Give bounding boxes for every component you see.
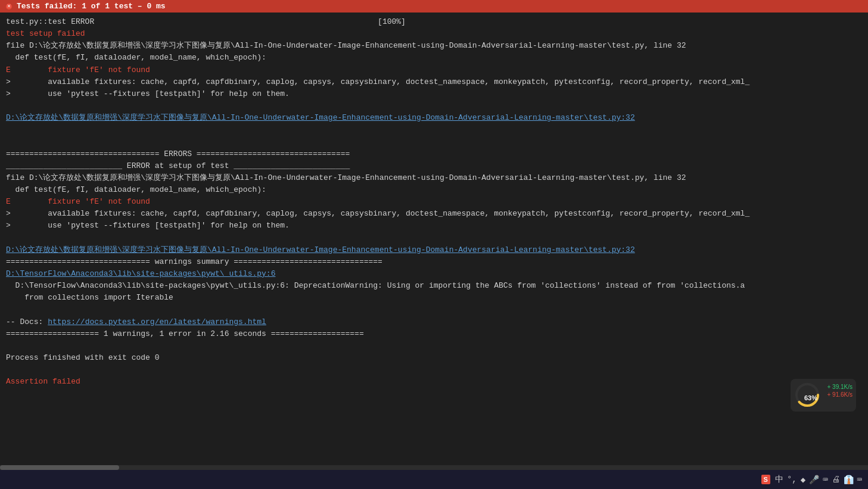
taskbar: S 中 °, ◆ 🎤 ⌨ 🖨 👔 ⌨	[0, 470, 868, 489]
terminal-line	[6, 340, 862, 352]
scrollbar-thumb[interactable]	[0, 465, 119, 470]
terminal-line: test.py::test ERROR [100%]	[6, 16, 862, 28]
terminal-line: > available fixtures: cache, capfd, capf…	[6, 208, 862, 220]
terminal-line: from collections import Iterable	[6, 292, 862, 304]
terminal-line-assertion: Assertion failed	[6, 376, 862, 388]
terminal-line-link[interactable]: D:\论文存放处\数据复原和增强\深度学习水下图像与复原\All-In-One-…	[6, 112, 862, 124]
taskbar-item-diamond[interactable]: ◆	[801, 475, 805, 485]
taskbar-item-keyboard2[interactable]: ⌨	[857, 475, 862, 485]
terminal-line: ==================== 1 warnings, 1 error…	[6, 328, 862, 340]
taskbar-icons: 中 °, ◆ 🎤 ⌨ 🖨 👔 ⌨	[775, 474, 862, 485]
download-speed: + 91.6K/s	[827, 391, 853, 398]
terminal-line: _________________________ ERROR at setup…	[6, 160, 862, 172]
terminal-line: D:\TensorFlow\Anaconda3\lib\site-package…	[6, 280, 862, 292]
terminal-line: test setup failed	[6, 28, 862, 40]
taskbar-item-zh[interactable]: 中	[775, 474, 783, 485]
terminal-output: test.py::test ERROR [100%] test setup fa…	[0, 13, 868, 391]
terminal-line: def test(fE, fI, dataloader, model_name,…	[6, 184, 862, 196]
scrollbar-area[interactable]	[0, 465, 868, 470]
terminal-line: > use 'pytest --fixtures [testpath]' for…	[6, 220, 862, 232]
speed-widget: 63% + 39.1K/s + 91.6K/s	[791, 379, 856, 412]
terminal-line	[6, 364, 862, 376]
terminal-line: file D:\论文存放处\数据复原和增强\深度学习水下图像与复原\All-In…	[6, 172, 862, 184]
taskbar-item-print[interactable]: 🖨	[832, 475, 840, 484]
terminal-line	[6, 232, 862, 244]
taskbar-item-mic[interactable]: 🎤	[809, 475, 819, 485]
terminal-line-link[interactable]: D:\论文存放处\数据复原和增强\深度学习水下图像与复原\All-In-One-…	[6, 244, 862, 256]
terminal-line	[6, 100, 862, 112]
terminal-line: > use 'pytest --fixtures [testpath]' for…	[6, 88, 862, 100]
taskbar-item-keyboard[interactable]: ⌨	[823, 475, 827, 485]
terminal-line: file D:\论文存放处\数据复原和增强\深度学习水下图像与复原\All-In…	[6, 40, 862, 52]
terminal-line: def test(fE, fI, dataloader, model_name,…	[6, 52, 862, 64]
terminal-line: Process finished with exit code 0	[6, 352, 862, 364]
terminal-line-link[interactable]: D:\TensorFlow\Anaconda3\lib\site-package…	[6, 268, 862, 280]
taskbar-item-dot: °,	[787, 475, 797, 484]
speed-circle: 63%	[794, 382, 820, 408]
close-icon: ✕	[5, 2, 13, 11]
taskbar-item-shirt[interactable]: 👔	[844, 475, 854, 485]
terminal-line-docs: -- Docs: https://docs.pytest.org/en/late…	[6, 316, 862, 328]
speed-stats: + 39.1K/s + 91.6K/s	[827, 384, 853, 398]
status-bar: ✕ Tests failed: 1 of 1 test – 0 ms	[0, 0, 868, 13]
docs-link[interactable]: https://docs.pytest.org/en/latest/warnin…	[48, 317, 266, 326]
terminal-line: =============================== warnings…	[6, 256, 862, 268]
terminal-line: E fixture 'fE' not found	[6, 64, 862, 76]
speed-percentage: 63%	[798, 385, 824, 411]
taskbar-logo: S	[761, 475, 770, 484]
terminal-line	[6, 136, 862, 148]
upload-speed: + 39.1K/s	[827, 384, 853, 390]
terminal-line: > available fixtures: cache, capfd, capf…	[6, 76, 862, 88]
terminal-line	[6, 124, 862, 136]
terminal-line: ================================= ERRORS…	[6, 148, 862, 160]
terminal-line	[6, 304, 862, 316]
status-text: Tests failed: 1 of 1 test – 0 ms	[17, 2, 166, 11]
terminal-line: E fixture 'fE' not found	[6, 196, 862, 208]
